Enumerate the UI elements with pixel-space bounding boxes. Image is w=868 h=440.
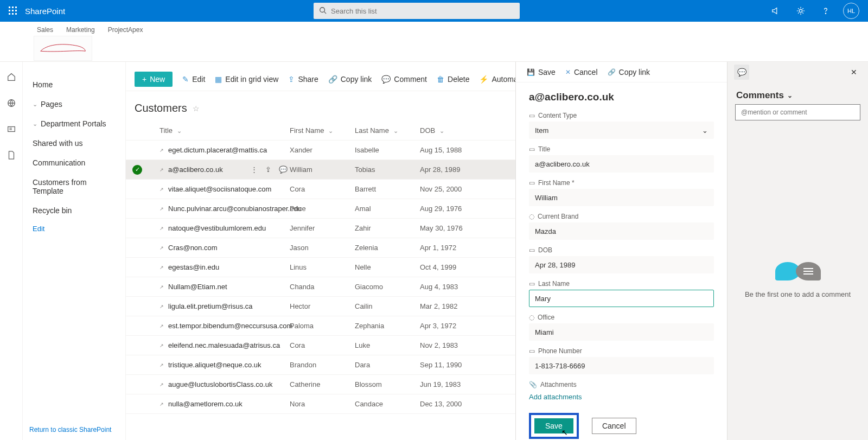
return-classic-link[interactable]: Return to classic SharePoint	[29, 426, 111, 433]
comments-empty-text: Be the first one to add a comment	[745, 290, 851, 298]
share-button[interactable]: ⇪Share	[288, 75, 318, 84]
dob-field[interactable]: Apr 28, 1989	[529, 256, 714, 273]
comments-header[interactable]: Comments⌄	[727, 82, 868, 104]
save-button[interactable]: Save ↖	[534, 418, 573, 433]
nav-pages[interactable]: ⌄Pages	[28, 94, 120, 114]
nav-home[interactable]: Home	[28, 75, 120, 94]
first-name-cell: Cora	[290, 341, 355, 349]
megaphone-icon[interactable]	[768, 3, 783, 18]
title-cell[interactable]: ↗eget.dictum.placerat@mattis.ca	[159, 146, 290, 154]
close-panel-icon[interactable]: ✕	[846, 65, 861, 80]
text-icon: ▭	[529, 347, 535, 355]
title-cell[interactable]: ↗eleifend.nec.malesuada@atrisus.ca	[159, 341, 290, 349]
title-cell[interactable]: ↗tristique.aliquet@neque.co.uk	[159, 361, 290, 369]
dob-cell: Apr 1, 1972	[420, 244, 496, 252]
office-field[interactable]: Miami	[529, 323, 714, 341]
comments-toggle-icon[interactable]: 💬	[734, 65, 749, 80]
site-link[interactable]: ProjectApex	[108, 26, 143, 34]
edit-icon: ✎	[182, 75, 189, 84]
first-name-field[interactable]: William	[529, 189, 714, 206]
save-icon: 💾	[527, 68, 535, 76]
text-icon: ▭	[529, 280, 535, 288]
phone-field[interactable]: 1-813-718-6669	[529, 357, 714, 374]
last-name-field[interactable]: Mary	[529, 290, 714, 307]
news-icon[interactable]	[6, 124, 17, 135]
first-name-cell: Paloma	[290, 322, 355, 330]
search-input[interactable]	[331, 7, 514, 15]
dob-cell: Jun 19, 1983	[420, 380, 496, 388]
row-share-icon[interactable]: ⇪	[265, 165, 271, 174]
edit-grid-button[interactable]: ▦Edit in grid view	[215, 75, 278, 84]
nav-shared[interactable]: Shared with us	[28, 133, 120, 153]
col-title[interactable]: Title	[159, 126, 290, 135]
panel-copy-link-button[interactable]: 🔗Copy link	[608, 68, 650, 76]
title-cell[interactable]: ↗nulla@ametlorem.co.uk	[159, 400, 290, 408]
label-attachments: 📎Attachments	[529, 381, 714, 388]
home-icon[interactable]	[6, 72, 17, 82]
site-link[interactable]: Sales	[37, 26, 53, 34]
title-cell[interactable]: ↗Cras@non.com	[159, 244, 290, 252]
file-icon[interactable]	[6, 150, 17, 161]
site-logo[interactable]	[34, 36, 92, 61]
svg-rect-1	[12, 7, 14, 8]
title-cell[interactable]: ↗egestas@in.edu	[159, 263, 290, 271]
dob-cell: Mar 2, 1982	[420, 302, 496, 310]
list-area: +New ✎Edit ▦Edit in grid view ⇪Share 🔗Co…	[126, 62, 868, 440]
content-type-select[interactable]: Item⌄	[529, 122, 714, 139]
checkmark-icon[interactable]: ✓	[132, 165, 142, 175]
svg-point-12	[825, 13, 826, 14]
nav-customers-template[interactable]: Customers from Template	[28, 173, 120, 201]
col-first-name[interactable]: First Name	[290, 126, 355, 135]
site-link[interactable]: Marketing	[66, 26, 95, 34]
shared-indicator-icon: ↗	[159, 167, 164, 173]
title-cell[interactable]: ↗vitae.aliquet@sociisnatoque.com	[159, 185, 290, 193]
nav-department-portals[interactable]: ⌄Department Portals	[28, 114, 120, 133]
shared-indicator-icon: ↗	[159, 401, 164, 407]
title-cell[interactable]: ↗augue@luctuslobortisClass.co.uk	[159, 380, 290, 388]
star-icon[interactable]: ☆	[193, 104, 200, 113]
edit-button[interactable]: ✎Edit	[182, 75, 205, 84]
last-name-cell: Blossom	[355, 380, 420, 388]
globe-icon[interactable]	[6, 98, 17, 109]
title-field[interactable]: a@aclibero.co.uk	[529, 155, 714, 173]
col-dob[interactable]: DOB	[420, 126, 496, 135]
panel-heading: a@aclibero.co.uk	[529, 91, 714, 103]
current-brand-field[interactable]: Mazda	[529, 222, 714, 240]
nav-recycle-bin[interactable]: Recycle bin	[28, 201, 120, 220]
panel-cancel-button[interactable]: ✕Cancel	[565, 68, 598, 76]
suite-title[interactable]: SharePoint	[25, 7, 65, 16]
choice-icon: ◌	[529, 213, 534, 220]
title-cell[interactable]: ↗Nullam@Etiam.net	[159, 283, 290, 291]
col-last-name[interactable]: Last Name	[355, 126, 420, 135]
search-box[interactable]	[314, 3, 520, 19]
chevron-down-icon	[175, 126, 182, 135]
last-name-cell: Tobias	[355, 165, 420, 174]
chevron-down-icon: ⌄	[33, 120, 37, 127]
edit-panel: 💾Save ✕Cancel 🔗Copy link a@aclibero.co.u…	[515, 62, 727, 440]
row-more-icon[interactable]: ⋮	[251, 165, 258, 174]
title-cell[interactable]: ↗a@aclibero.co.uk⋮⇪💬	[159, 165, 290, 174]
copy-link-button[interactable]: 🔗Copy link	[328, 75, 372, 84]
title-cell[interactable]: ↗est.tempor.bibendum@neccursusa.com	[159, 322, 290, 330]
new-button[interactable]: +New	[135, 72, 173, 87]
comments-input[interactable]: @mention or comment	[735, 104, 860, 120]
delete-button[interactable]: 🗑Delete	[437, 75, 469, 84]
avatar[interactable]: HL	[843, 3, 859, 19]
gear-icon[interactable]	[793, 3, 808, 18]
help-icon[interactable]	[818, 3, 833, 18]
shared-indicator-icon: ↗	[159, 382, 164, 387]
add-attachments-link[interactable]: Add attachments	[529, 393, 714, 401]
title-cell[interactable]: ↗Nunc.pulvinar.arcu@conubianostraper.edu	[159, 205, 290, 213]
cursor-icon: ↖	[561, 428, 568, 437]
title-cell[interactable]: ↗natoque@vestibulumlorem.edu	[159, 224, 290, 232]
dob-cell: Oct 4, 1999	[420, 263, 496, 271]
nav-communication[interactable]: Communication	[28, 153, 120, 173]
row-comment-icon[interactable]: 💬	[279, 165, 288, 174]
title-cell[interactable]: ↗ligula.elit.pretium@risus.ca	[159, 302, 290, 310]
panel-save-button[interactable]: 💾Save	[527, 68, 556, 76]
label-content-type: ▭Content Type	[529, 112, 714, 119]
comment-button[interactable]: 💬Comment	[381, 75, 427, 84]
cancel-button[interactable]: Cancel	[592, 418, 636, 434]
app-launcher-icon[interactable]	[4, 2, 22, 20]
nav-edit-link[interactable]: Edit	[28, 220, 120, 237]
